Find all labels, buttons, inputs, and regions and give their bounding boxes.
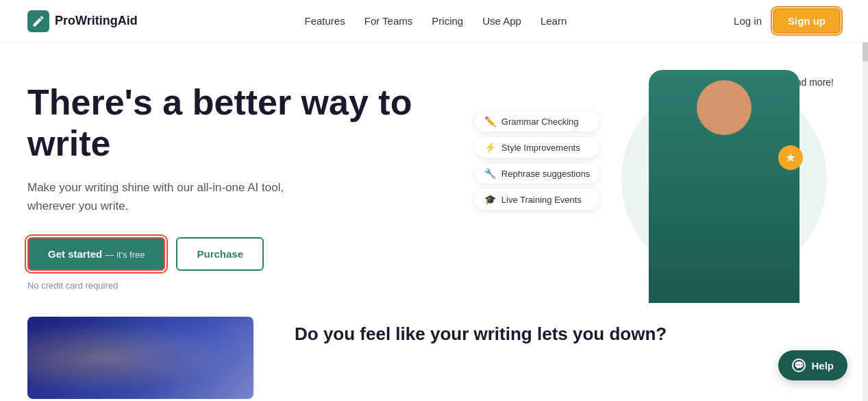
nav-features[interactable]: Features <box>305 15 345 27</box>
hero-right: ...and more! ★ ✏️ Grammar Checking ⚡ Sty… <box>475 70 841 303</box>
nav-for-teams[interactable]: For Teams <box>364 15 413 27</box>
logo-icon <box>27 10 49 32</box>
grammar-label: Grammar Checking <box>501 117 579 127</box>
navbar: ProWritingAid Features For Teams Pricing… <box>0 0 868 42</box>
nav-pricing[interactable]: Pricing <box>432 15 463 27</box>
signup-button[interactable]: Sign up <box>773 8 841 34</box>
pill-grammar: ✏️ Grammar Checking <box>475 111 599 132</box>
hero-left: There's a better way to write Make your … <box>27 82 475 291</box>
purchase-button[interactable]: Purchase <box>176 237 264 271</box>
chat-icon: 💬 <box>792 359 806 372</box>
hero-subtitle: Make your writing shine with our all-in-… <box>27 178 301 215</box>
nav-links: Features For Teams Pricing Use App Learn <box>305 15 567 27</box>
no-credit-text: No credit card required <box>27 280 461 291</box>
style-label: Style Improvements <box>501 143 580 153</box>
bottom-image <box>27 317 253 399</box>
training-icon: 🎓 <box>484 194 496 205</box>
bottom-heading: Do you feel like your writing lets you d… <box>295 324 841 345</box>
scrollbar[interactable] <box>863 0 868 401</box>
nav-use-app[interactable]: Use App <box>482 15 521 27</box>
nav-learn[interactable]: Learn <box>541 15 567 27</box>
person-figure <box>649 70 799 303</box>
help-button[interactable]: 💬 Help <box>778 350 847 380</box>
logo[interactable]: ProWritingAid <box>27 10 138 32</box>
get-started-button[interactable]: Get started — it's free <box>27 237 165 271</box>
logo-text: ProWritingAid <box>55 14 138 28</box>
grammar-icon: ✏️ <box>484 116 496 127</box>
pill-style: ⚡ Style Improvements <box>475 137 599 158</box>
nav-actions: Log in Sign up <box>734 8 841 34</box>
hero-title: There's a better way to write <box>27 82 461 165</box>
help-label: Help <box>811 360 834 372</box>
hero-section: There's a better way to write Make your … <box>0 42 868 317</box>
rephrase-icon: 🔧 <box>484 168 496 179</box>
hero-illustration: ...and more! ★ ✏️ Grammar Checking ⚡ Sty… <box>475 70 841 303</box>
person-head <box>697 80 752 135</box>
bottom-section: Do you feel like your writing lets you d… <box>0 317 868 399</box>
login-link[interactable]: Log in <box>734 15 762 27</box>
get-started-label: Get started <box>48 248 102 260</box>
pill-training: 🎓 Live Training Events <box>475 189 599 210</box>
style-icon: ⚡ <box>484 142 496 153</box>
hero-buttons: Get started — it's free Purchase <box>27 237 461 271</box>
feature-pills: ✏️ Grammar Checking ⚡ Style Improvements… <box>475 111 599 210</box>
training-label: Live Training Events <box>501 195 582 205</box>
free-label: — it's free <box>105 250 145 260</box>
star-badge: ★ <box>778 145 803 170</box>
bottom-text: Do you feel like your writing lets you d… <box>295 317 841 345</box>
pill-rephrase: 🔧 Rephrase suggestions <box>475 163 599 184</box>
rephrase-label: Rephrase suggestions <box>501 169 590 179</box>
